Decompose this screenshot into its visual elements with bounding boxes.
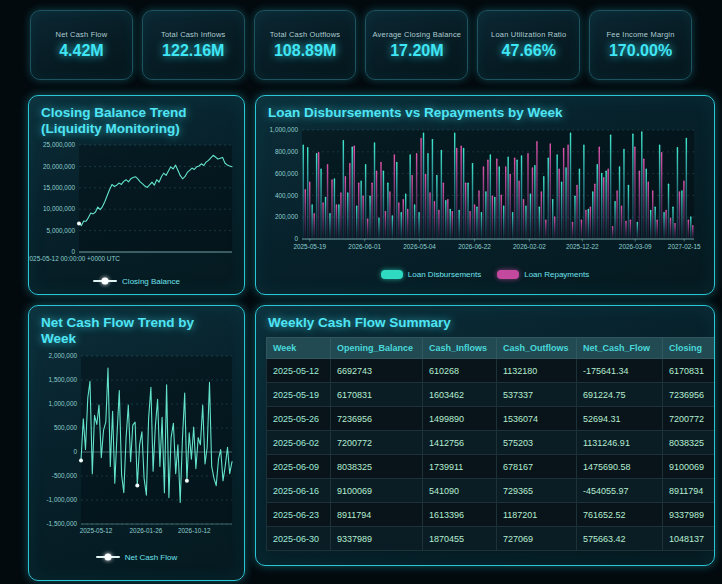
table-cell: 678167	[497, 455, 577, 479]
closing-balance-card: Closing Balance Trend (Liquidity Monitor…	[28, 95, 245, 295]
closing-balance-legend: Closing Balance	[29, 277, 244, 286]
closing-balance-line-chart[interactable]: 05,000,00010,000,00015,000,00020,000,000…	[29, 140, 244, 276]
table-cell: 2025-05-12	[267, 359, 331, 383]
legend-item-net-cash-flow[interactable]: Net Cash Flow	[96, 553, 177, 562]
table-cell: 8038325	[663, 431, 715, 455]
svg-text:2,000,000: 2,000,000	[49, 352, 78, 359]
table-cell: 1870455	[423, 527, 497, 551]
table-cell: 8911794	[663, 479, 715, 503]
svg-text:0: 0	[294, 236, 298, 243]
table-cell: 1132180	[497, 359, 577, 383]
legend-item-loan-disbursements[interactable]: Loan Disbursements	[381, 270, 481, 279]
table-row[interactable]: 2025-06-169100069541090729365-454055.978…	[267, 479, 715, 503]
table-cell: 7236956	[331, 407, 423, 431]
svg-text:10,000,000: 10,000,000	[43, 205, 75, 212]
table-cell: 7200772	[331, 431, 423, 455]
svg-text:2027-02-15: 2027-02-15	[668, 243, 701, 250]
net-cash-flow-card: Net Cash Flow Trend by Week -1,500,000-1…	[28, 305, 245, 581]
kpi-card-net-cash-flow[interactable]: Net Cash Flow 4.42M	[30, 10, 133, 80]
table-cell: 761652.52	[577, 503, 663, 527]
table-row[interactable]: 2025-06-3093379891870455727069575663.421…	[267, 527, 715, 551]
table-row[interactable]: 2025-06-23891179416133961187201761652.52…	[267, 503, 715, 527]
kpi-value: 170.00%	[609, 42, 672, 60]
table-column-header[interactable]: Cash_Outflows	[497, 338, 577, 359]
table-cell: 2025-05-19	[267, 383, 331, 407]
table-column-header[interactable]: Week	[267, 338, 331, 359]
dashboard-page: Net Cash Flow 4.42M Total Cash Inflows 1…	[0, 0, 722, 584]
kpi-card-fee-income-margin[interactable]: Fee Income Margin 170.00%	[589, 10, 692, 80]
table-cell: 1048137	[663, 527, 715, 551]
table-column-header[interactable]: Cash_Inflows	[423, 338, 497, 359]
svg-text:0: 0	[73, 448, 77, 455]
kpi-value: 17.20M	[390, 42, 443, 60]
table-column-header[interactable]: Opening_Balance	[331, 338, 423, 359]
svg-text:400,000: 400,000	[275, 192, 299, 199]
svg-text:-1,000,000: -1,000,000	[46, 496, 77, 503]
svg-text:2026-03-09: 2026-03-09	[619, 243, 652, 250]
loan-disbursements-title: Loan Disbursements vs Repayments by Week	[256, 96, 714, 123]
svg-text:2025-12-22: 2025-12-22	[566, 243, 599, 250]
svg-text:600,000: 600,000	[275, 170, 299, 177]
legend-item-loan-repayments[interactable]: Loan Repayments	[497, 270, 589, 279]
kpi-value: 47.66%	[502, 42, 556, 60]
table-cell: 9337989	[331, 527, 423, 551]
weekly-summary-table: WeekOpening_BalanceCash_InflowsCash_Outf…	[266, 337, 715, 551]
table-cell: 6170831	[331, 383, 423, 407]
kpi-card-average-closing-balance[interactable]: Average Closing Balance 17.20M	[365, 10, 468, 80]
svg-text:15,000,000: 15,000,000	[43, 184, 75, 191]
table-cell: 541090	[423, 479, 497, 503]
table-cell: 2025-05-26	[267, 407, 331, 431]
teal-swatch-icon	[381, 270, 403, 279]
kpi-label: Loan Utilization Ratio	[491, 30, 566, 39]
svg-text:800,000: 800,000	[275, 148, 299, 155]
table-cell: 6692743	[331, 359, 423, 383]
table-cell: 7200772	[663, 407, 715, 431]
table-cell: 2025-06-23	[267, 503, 331, 527]
net-cash-flow-legend: Net Cash Flow	[29, 553, 244, 562]
legend-label: Loan Repayments	[524, 270, 589, 279]
kpi-card-total-cash-inflows[interactable]: Total Cash Inflows 122.16M	[142, 10, 245, 80]
line-marker-icon	[93, 280, 117, 282]
table-cell: 729365	[497, 479, 577, 503]
svg-text:20,000,000: 20,000,000	[43, 163, 75, 170]
kpi-card-loan-utilization-ratio[interactable]: Loan Utilization Ratio 47.66%	[477, 10, 580, 80]
table-cell: 1131246.91	[577, 431, 663, 455]
kpi-label: Average Closing Balance	[373, 30, 462, 39]
table-cell: 575203	[497, 431, 577, 455]
pink-swatch-icon	[497, 270, 519, 279]
table-row[interactable]: 2025-05-1266927436102681132180-175641.34…	[267, 359, 715, 383]
svg-text:25,000,000: 25,000,000	[43, 141, 75, 148]
table-cell: 8038325	[331, 455, 423, 479]
table-column-header[interactable]: Net_Cash_Flow	[577, 338, 663, 359]
table-cell: 8911794	[331, 503, 423, 527]
closing-balance-title: Closing Balance Trend (Liquidity Monitor…	[29, 96, 244, 140]
table-cell: 2025-06-02	[267, 431, 331, 455]
svg-text:2025-05-12 00:00:00 +0000 UTC: 2025-05-12 00:00:00 +0000 UTC	[29, 255, 120, 262]
table-cell: 1536074	[497, 407, 577, 431]
table-cell: 7236956	[663, 383, 715, 407]
table-column-header[interactable]: Closing	[663, 338, 715, 359]
table-cell: 2025-06-09	[267, 455, 331, 479]
legend-label: Loan Disbursements	[408, 270, 481, 279]
table-row[interactable]: 2025-06-09803832517399116781671475690.58…	[267, 455, 715, 479]
net-cash-flow-line-chart[interactable]: -1,500,000-1,000,000-500,0000500,0001,00…	[29, 350, 244, 552]
svg-text:200,000: 200,000	[275, 214, 299, 221]
kpi-value: 108.89M	[274, 42, 336, 60]
table-cell: 1739911	[423, 455, 497, 479]
loan-disbursements-bar-chart[interactable]: 0200,000400,000600,000800,0001,000,00020…	[256, 123, 714, 269]
kpi-label: Net Cash Flow	[56, 30, 108, 39]
svg-text:-1,500,000: -1,500,000	[46, 520, 77, 527]
kpi-row: Net Cash Flow 4.42M Total Cash Inflows 1…	[30, 10, 692, 80]
table-row[interactable]: 2025-06-02720077214127565752031131246.91…	[267, 431, 715, 455]
svg-text:2026-06-01: 2026-06-01	[348, 243, 381, 250]
weekly-summary-table-wrap: WeekOpening_BalanceCash_InflowsCash_Outf…	[256, 333, 714, 551]
kpi-card-total-cash-outflows[interactable]: Total Cash Outflows 108.89M	[254, 10, 357, 80]
svg-text:2026-01-26: 2026-01-26	[130, 527, 163, 534]
svg-text:2025-05-19: 2025-05-19	[293, 243, 326, 250]
legend-item-closing-balance[interactable]: Closing Balance	[93, 277, 180, 286]
kpi-label: Total Cash Inflows	[161, 30, 225, 39]
table-cell: 9337989	[663, 503, 715, 527]
table-row[interactable]: 2025-05-2672369561499890153607452694.317…	[267, 407, 715, 431]
table-cell: 1475690.58	[577, 455, 663, 479]
table-row[interactable]: 2025-05-1961708311603462537337691224.757…	[267, 383, 715, 407]
